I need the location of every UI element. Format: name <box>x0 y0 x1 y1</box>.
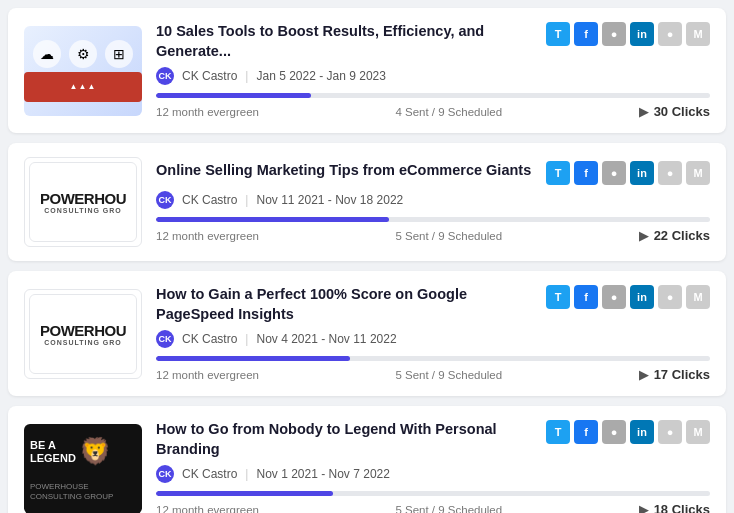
divider: | <box>245 69 248 83</box>
progress-bar-bg <box>156 491 710 496</box>
divider: | <box>245 332 248 346</box>
avatar: CK <box>156 330 174 348</box>
sent-scheduled: 4 Sent / 9 Scheduled <box>395 106 502 118</box>
linkedin-icon[interactable]: in <box>630 161 654 185</box>
instagram-icon[interactable]: ● <box>602 22 626 46</box>
twitter-icon[interactable]: T <box>546 285 570 309</box>
instagram-icon[interactable]: ● <box>602 161 626 185</box>
brand-subtitle: CONSULTING GRO <box>44 339 122 346</box>
stats-row: 12 month evergreen 5 Sent / 9 Scheduled … <box>156 367 710 382</box>
cursor-icon: ▶ <box>639 228 649 243</box>
card-thumbnail: POWERHOU CONSULTING GRO <box>24 157 142 247</box>
facebook-icon[interactable]: f <box>574 161 598 185</box>
brand-name: POWERHOU <box>40 190 126 207</box>
title-row: Online Selling Marketing Tips from eComm… <box>156 161 710 185</box>
email-icon[interactable]: M <box>686 285 710 309</box>
evergreen-label: 12 month evergreen <box>156 369 259 381</box>
brand-name: POWERHOU <box>40 322 126 339</box>
lion-icon: 🦁 <box>79 436 111 467</box>
social-icons-group: Tf●in●M <box>546 285 710 309</box>
divider: | <box>245 467 248 481</box>
date-range: Nov 11 2021 - Nov 18 2022 <box>256 193 403 207</box>
facebook-icon[interactable]: f <box>574 22 598 46</box>
sent-scheduled: 5 Sent / 9 Scheduled <box>395 230 502 242</box>
avatar: CK <box>156 67 174 85</box>
social-icons-group: Tf●in●M <box>546 22 710 46</box>
settings-icon: ⚙ <box>69 40 97 68</box>
cursor-icon: ▶ <box>639 367 649 382</box>
sent-scheduled: 5 Sent / 9 Scheduled <box>395 504 502 513</box>
card-content: Online Selling Marketing Tips from eComm… <box>156 161 710 243</box>
legend-text-be: BE ALEGEND <box>30 439 76 463</box>
social-icons-group: Tf●in●M <box>546 420 710 444</box>
instagram-icon[interactable]: ● <box>602 285 626 309</box>
twitter-icon[interactable]: T <box>546 22 570 46</box>
progress-bar-bg <box>156 356 710 361</box>
cursor-icon: ▶ <box>639 104 649 119</box>
meta-row: CK CK Castro | Nov 4 2021 - Nov 11 2022 <box>156 330 710 348</box>
linkedin-icon[interactable]: in <box>630 420 654 444</box>
date-range: Nov 4 2021 - Nov 11 2022 <box>256 332 396 346</box>
card-thumbnail: POWERHOU CONSULTING GRO <box>24 289 142 379</box>
brand-subtitle: CONSULTING GRO <box>44 207 122 214</box>
cards-container: ☁ ⚙ ⊞ ▲▲▲ 10 Sales Tools to Boost Result… <box>8 8 726 513</box>
progress-row <box>156 491 710 496</box>
cursor-icon: ▶ <box>639 502 649 513</box>
avatar: CK <box>156 191 174 209</box>
content-card: ☁ ⚙ ⊞ ▲▲▲ 10 Sales Tools to Boost Result… <box>8 8 726 133</box>
author-name: CK Castro <box>182 69 237 83</box>
progress-bar-fill <box>156 356 350 361</box>
divider: | <box>245 193 248 207</box>
article-title: How to Go from Nobody to Legend With Per… <box>156 420 536 459</box>
facebook-icon[interactable]: f <box>574 285 598 309</box>
card-content: How to Go from Nobody to Legend With Per… <box>156 420 710 513</box>
evergreen-label: 12 month evergreen <box>156 504 259 513</box>
progress-row <box>156 356 710 361</box>
clicks-section: ▶ 22 Clicks <box>639 228 710 243</box>
stats-row: 12 month evergreen 5 Sent / 9 Scheduled … <box>156 228 710 243</box>
date-range: Nov 1 2021 - Nov 7 2022 <box>256 467 389 481</box>
evergreen-label: 12 month evergreen <box>156 106 259 118</box>
pinterest-icon[interactable]: ● <box>658 285 682 309</box>
email-icon[interactable]: M <box>686 22 710 46</box>
author-name: CK Castro <box>182 332 237 346</box>
email-icon[interactable]: M <box>686 161 710 185</box>
stats-row: 12 month evergreen 5 Sent / 9 Scheduled … <box>156 502 710 513</box>
card-thumbnail: BE ALEGEND 🦁 POWERHOUSECONSULTING GROUP <box>24 424 142 513</box>
clicks-count: 30 Clicks <box>654 104 710 119</box>
instagram-icon[interactable]: ● <box>602 420 626 444</box>
pinterest-icon[interactable]: ● <box>658 420 682 444</box>
linkedin-icon[interactable]: in <box>630 22 654 46</box>
facebook-icon[interactable]: f <box>574 420 598 444</box>
progress-bar-fill <box>156 491 333 496</box>
article-title: 10 Sales Tools to Boost Results, Efficie… <box>156 22 536 61</box>
email-icon[interactable]: M <box>686 420 710 444</box>
progress-bar-fill <box>156 217 389 222</box>
clicks-count: 17 Clicks <box>654 367 710 382</box>
linkedin-icon[interactable]: in <box>630 285 654 309</box>
grid-icon: ⊞ <box>105 40 133 68</box>
title-row: How to Go from Nobody to Legend With Per… <box>156 420 710 459</box>
stats-row: 12 month evergreen 4 Sent / 9 Scheduled … <box>156 104 710 119</box>
progress-row <box>156 217 710 222</box>
author-name: CK Castro <box>182 193 237 207</box>
sent-scheduled: 5 Sent / 9 Scheduled <box>395 369 502 381</box>
content-card: POWERHOU CONSULTING GRO Online Selling M… <box>8 143 726 261</box>
card-content: 10 Sales Tools to Boost Results, Efficie… <box>156 22 710 119</box>
clicks-section: ▶ 17 Clicks <box>639 367 710 382</box>
legend-sub: POWERHOUSECONSULTING GROUP <box>30 482 113 501</box>
clicks-count: 22 Clicks <box>654 228 710 243</box>
pinterest-icon[interactable]: ● <box>658 22 682 46</box>
twitter-icon[interactable]: T <box>546 420 570 444</box>
twitter-icon[interactable]: T <box>546 161 570 185</box>
progress-bar-bg <box>156 93 710 98</box>
clicks-section: ▶ 18 Clicks <box>639 502 710 513</box>
clicks-count: 18 Clicks <box>654 502 710 513</box>
clicks-section: ▶ 30 Clicks <box>639 104 710 119</box>
card-thumbnail: ☁ ⚙ ⊞ ▲▲▲ <box>24 26 142 116</box>
title-row: 10 Sales Tools to Boost Results, Efficie… <box>156 22 710 61</box>
progress-row <box>156 93 710 98</box>
progress-bar-bg <box>156 217 710 222</box>
pinterest-icon[interactable]: ● <box>658 161 682 185</box>
date-range: Jan 5 2022 - Jan 9 2023 <box>256 69 385 83</box>
